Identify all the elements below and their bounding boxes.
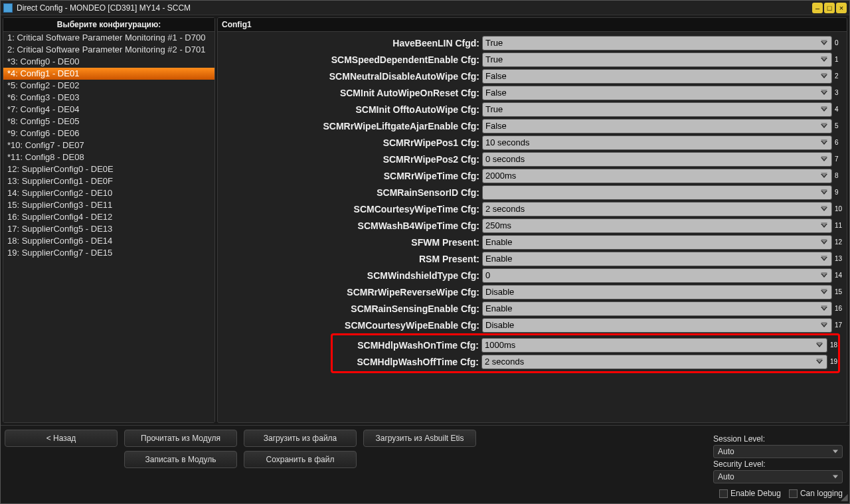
config-value-combo[interactable]: 2 seconds (481, 355, 827, 369)
config-row: SCMRrWipeLiftgateAjarEnable Cfg:False5 (218, 118, 843, 134)
dropdown-icon (821, 191, 827, 195)
config-index: 13 (833, 255, 843, 262)
security-level-select[interactable]: Auto (713, 470, 843, 483)
sidebar-list: 1: Critical Software Parameter Monitorin… (3, 32, 214, 422)
config-row: SCMRrWipePos1 Cfg:10 seconds6 (218, 134, 843, 151)
dropdown-icon (821, 141, 827, 145)
dropdown-icon (821, 74, 827, 78)
enable-debug-option[interactable]: Enable Debug (719, 489, 781, 498)
config-value-combo[interactable]: False (482, 69, 832, 84)
load-asbuilt-button[interactable]: Загрузить из Asbuilt Etis (363, 430, 476, 447)
sidebar-item[interactable]: 18: SupplierConfig6 - DE14 (3, 235, 214, 247)
dropdown-icon (821, 257, 827, 261)
sidebar-item[interactable]: *9: Config6 - DE06 (3, 127, 214, 139)
config-row: SCMCourtesyWipeTime Cfg:2 seconds10 (218, 201, 843, 217)
config-row: SCMWashB4WipeTime Cfg:250ms11 (218, 217, 843, 234)
config-row: SCMHdlpWashOffTime Cfg:2 seconds19 (333, 353, 838, 370)
config-index: 11 (833, 222, 843, 229)
config-label: SCMSpeedDependentEnable Cfg: (218, 54, 482, 65)
config-value-combo[interactable]: Enable (482, 235, 832, 250)
config-row: SCMHdlpWashOnTime Cfg:1000ms18 (333, 337, 838, 353)
dropdown-icon (816, 360, 823, 364)
security-level-label: Security Level: (713, 460, 843, 469)
window-minimize-button[interactable]: – (812, 3, 823, 13)
config-row: SCMRainSensorID Cfg:9 (218, 184, 843, 201)
sidebar-item[interactable]: 12: SupplierConfig0 - DE0E (3, 163, 214, 175)
sidebar-item[interactable]: 14: SupplierConfig2 - DE10 (3, 187, 214, 199)
sidebar-item[interactable]: *11: Config8 - DE08 (3, 151, 214, 163)
config-label: SCMRrWipePos2 Cfg: (218, 154, 482, 165)
config-row: SCMRrWipeReverseWipe Cfg:Disable15 (218, 284, 843, 300)
config-content: Config1 HaveBeenLIN Cfgd:True0SCMSpeedDe… (217, 17, 847, 423)
config-label: SCMWashB4WipeTime Cfg: (218, 220, 482, 231)
config-value-combo[interactable]: Disable (482, 285, 832, 299)
config-index: 8 (833, 172, 843, 179)
config-value-combo[interactable]: 2000ms (482, 169, 832, 183)
config-value-combo[interactable]: Enable (482, 252, 832, 266)
sidebar-item[interactable]: *6: Config3 - DE03 (3, 92, 214, 104)
sidebar-item[interactable]: 16: SupplierConfig4 - DE12 (3, 211, 214, 223)
dropdown-icon (821, 157, 827, 161)
dropdown-icon (821, 224, 827, 228)
config-value-combo[interactable]: 0 seconds (482, 152, 832, 167)
config-index: 7 (833, 155, 843, 163)
config-value-combo[interactable]: False (482, 119, 832, 133)
config-label: SCMRrWipeTime Cfg: (218, 171, 482, 181)
sidebar-item[interactable]: *10: Config7 - DE07 (3, 139, 214, 151)
sidebar-item[interactable]: *5: Config2 - DE02 (3, 80, 214, 92)
config-value-combo[interactable]: 0 (482, 268, 832, 283)
titlebar: Direct Config - MONDEO [CD391] MY14 - SC… (1, 1, 849, 15)
dropdown-icon (821, 58, 827, 62)
window-close-button[interactable]: × (836, 3, 847, 13)
write-module-button[interactable]: Записать в Модуль (124, 451, 237, 468)
config-value-combo[interactable]: True (482, 36, 832, 50)
config-value-combo[interactable]: Disable (482, 318, 832, 333)
session-level-select[interactable]: Auto (713, 445, 843, 458)
sidebar-item[interactable]: 13: SupplierConfig1 - DE0F (3, 175, 214, 187)
config-row: SCMRainSensingEnable Cfg:Enable16 (218, 300, 843, 317)
back-button[interactable]: < Назад (5, 430, 118, 447)
sidebar-item[interactable]: 15: SupplierConfig3 - DE11 (3, 199, 214, 211)
sidebar-item[interactable]: *4: Config1 - DE01 (3, 68, 214, 80)
enable-debug-checkbox[interactable] (719, 489, 728, 498)
config-value-combo[interactable]: 1000ms (481, 338, 827, 353)
content-header: Config1 (218, 18, 847, 32)
load-file-button[interactable]: Загрузить из файла (244, 430, 357, 447)
config-row: SCMWindshieldType Cfg:014 (218, 267, 843, 284)
resize-grip-icon[interactable]: ◢ (840, 494, 848, 502)
read-module-button[interactable]: Прочитать из Модуля (124, 430, 237, 447)
config-value-combo[interactable]: True (482, 52, 832, 67)
sidebar-item[interactable]: 1: Critical Software Parameter Monitorin… (3, 32, 214, 44)
config-index: 19 (829, 358, 838, 365)
config-index: 0 (833, 39, 843, 46)
dropdown-icon (821, 91, 827, 95)
main-area: Выберите конфигурацию: 1: Critical Softw… (1, 15, 849, 425)
config-value-combo[interactable]: False (482, 86, 832, 100)
config-value-combo[interactable]: 10 seconds (482, 135, 832, 150)
config-value-combo[interactable]: 2 seconds (482, 202, 832, 216)
config-value-combo[interactable]: True (482, 102, 832, 117)
sidebar-item[interactable]: *7: Config4 - DE04 (3, 104, 214, 116)
config-sidebar: Выберите конфигурацию: 1: Critical Softw… (3, 17, 215, 423)
config-value-combo[interactable]: 250ms (482, 218, 832, 233)
config-label: SFWM Present: (218, 237, 482, 248)
config-row: SCMNeutralDisableAutoWipe Cfg:False2 (218, 68, 843, 84)
config-row: SFWM Present:Enable12 (218, 234, 843, 250)
sidebar-item[interactable]: 2: Critical Software Parameter Monitorin… (3, 44, 214, 56)
config-row: RSM Present:Enable13 (218, 250, 843, 267)
sidebar-item[interactable]: *8: Config5 - DE05 (3, 116, 214, 127)
config-value-combo[interactable] (482, 185, 832, 200)
sidebar-item[interactable]: 17: SupplierConfig5 - DE13 (3, 223, 214, 235)
config-index: 10 (833, 205, 843, 212)
dropdown-icon (821, 274, 827, 278)
dropdown-icon (821, 207, 827, 211)
can-logging-option[interactable]: Can logging (789, 489, 843, 498)
config-label: SCMWindshieldType Cfg: (218, 270, 482, 281)
save-file-button[interactable]: Сохранить в файл (244, 451, 357, 468)
can-logging-checkbox[interactable] (789, 489, 798, 498)
dropdown-icon (821, 124, 827, 128)
window-maximize-button[interactable]: □ (824, 3, 835, 13)
config-value-combo[interactable]: Enable (482, 301, 832, 316)
sidebar-item[interactable]: *3: Config0 - DE00 (3, 56, 214, 68)
sidebar-item[interactable]: 19: SupplierConfig7 - DE15 (3, 247, 214, 259)
